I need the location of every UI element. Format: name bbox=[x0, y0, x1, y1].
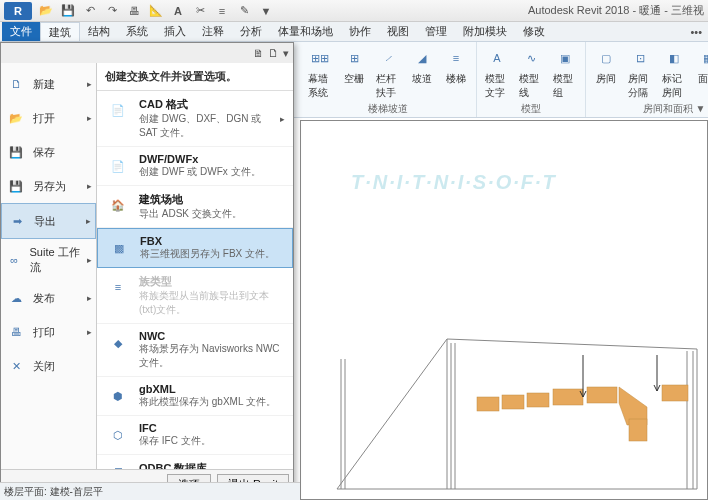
application-menu: 🗎 🗋 ▾ 🗋新建▸📂打开▸💾保存💾另存为▸➡导出▸∞Suite 工作流▸☁发布… bbox=[0, 42, 294, 500]
export-item[interactable]: 📄DWF/DWFx创建 DWF 或 DWFx 文件。 bbox=[97, 147, 293, 186]
tool-icon[interactable]: ✎ bbox=[236, 3, 252, 19]
ribbon-overflow-icon[interactable]: ••• bbox=[684, 26, 708, 38]
export-item-title: 族类型 bbox=[139, 274, 285, 289]
ribbon-tab[interactable]: 修改 bbox=[515, 22, 553, 41]
export-item[interactable]: ⬡IFC保存 IFC 文件。 bbox=[97, 416, 293, 455]
dropdown-icon[interactable]: ▼ bbox=[258, 3, 274, 19]
ribbon-tab[interactable]: 协作 bbox=[341, 22, 379, 41]
3d-viewport[interactable]: T·N·I·T·N·I·S·O·F·T bbox=[300, 120, 708, 500]
app-menu-item[interactable]: 📂打开▸ bbox=[1, 101, 96, 135]
ribbon-label: 模型文字 bbox=[485, 72, 509, 100]
chevron-right-icon: ▸ bbox=[87, 293, 92, 303]
ribbon-button[interactable]: ∿模型线 bbox=[515, 44, 547, 102]
ribbon-button[interactable]: ⊞⊞幕墙系统 bbox=[304, 44, 336, 102]
ribbon-button[interactable]: ▦面积 bbox=[692, 44, 708, 102]
ribbon-label: 坡道 bbox=[412, 72, 432, 86]
export-item-icon: ≡ bbox=[105, 274, 131, 300]
ribbon-panel: ▢房间⊡房间分隔◧标记房间▦面积◨面积标记房间和面积 ▼ bbox=[586, 42, 708, 117]
ribbon-label: 标记房间 bbox=[662, 72, 686, 100]
ribbon-tab[interactable]: 插入 bbox=[156, 22, 194, 41]
svg-rect-5 bbox=[629, 419, 647, 441]
export-item-desc: 创建 DWG、DXF、DGN 或 SAT 文件。 bbox=[139, 112, 272, 140]
text-icon[interactable]: A bbox=[170, 3, 186, 19]
export-item-title: NWC bbox=[139, 330, 285, 342]
measure-icon[interactable]: 📐 bbox=[148, 3, 164, 19]
export-item[interactable]: ≡族类型将族类型从当前族导出到文本(txt)文件。 bbox=[97, 268, 293, 324]
export-item[interactable]: ⬢gbXML将此模型保存为 gbXML 文件。 bbox=[97, 377, 293, 416]
ribbon-button[interactable]: ⟋栏杆扶手 bbox=[372, 44, 404, 102]
ribbon-tab[interactable]: 建筑 bbox=[40, 22, 80, 41]
ribbon-button[interactable]: ≡楼梯 bbox=[440, 44, 472, 102]
app-menu-item[interactable]: 💾保存 bbox=[1, 135, 96, 169]
ribbon-tab[interactable]: 体量和场地 bbox=[270, 22, 341, 41]
export-item[interactable]: ◆NWC将场景另存为 Navisworks NWC 文件。 bbox=[97, 324, 293, 377]
open-docs-icon[interactable]: 🗋 bbox=[268, 47, 279, 59]
chevron-right-icon: ▸ bbox=[86, 216, 91, 226]
chevron-down-icon[interactable]: ▾ bbox=[283, 47, 289, 60]
ribbon-button[interactable]: ▢房间 bbox=[590, 44, 622, 102]
ribbon-tabs: 文件建筑结构系统插入注释分析体量和场地协作视图管理附加模块修改••• bbox=[0, 22, 708, 42]
ribbon-button[interactable]: ◢坡道 bbox=[406, 44, 438, 102]
ribbon-button[interactable]: ◧标记房间 bbox=[658, 44, 690, 102]
app-menu-item[interactable]: 🖶打印▸ bbox=[1, 315, 96, 349]
export-item-title: FBX bbox=[140, 235, 275, 247]
ribbon-icon: ≡ bbox=[444, 46, 468, 70]
ribbon-tab[interactable]: 注释 bbox=[194, 22, 232, 41]
app-menu-item[interactable]: ➡导出▸ bbox=[1, 203, 96, 239]
app-menu-item[interactable]: 🗋新建▸ bbox=[1, 67, 96, 101]
open-icon[interactable]: 📂 bbox=[38, 3, 54, 19]
ribbon-tab[interactable]: 附加模块 bbox=[455, 22, 515, 41]
app-menu-item[interactable]: 💾另存为▸ bbox=[1, 169, 96, 203]
export-item[interactable]: 🏠建筑场地导出 ADSK 交换文件。 bbox=[97, 186, 293, 228]
ribbon-icon: ⊞⊞ bbox=[308, 46, 332, 70]
export-panel-title: 创建交换文件并设置选项。 bbox=[97, 63, 293, 91]
recent-docs-icon[interactable]: 🗎 bbox=[253, 47, 264, 59]
ribbon-tab[interactable]: 结构 bbox=[80, 22, 118, 41]
menu-item-label: 打印 bbox=[33, 325, 55, 340]
app-menu-item[interactable]: ✕关闭 bbox=[1, 349, 96, 383]
ribbon-button[interactable]: ▣模型组 bbox=[549, 44, 581, 102]
menu-item-label: 导出 bbox=[34, 214, 56, 229]
redo-icon[interactable]: ↷ bbox=[104, 3, 120, 19]
ribbon-button[interactable]: ⊡房间分隔 bbox=[624, 44, 656, 102]
save-icon[interactable]: 💾 bbox=[60, 3, 76, 19]
chevron-right-icon: ▸ bbox=[87, 327, 92, 337]
ribbon-label: 楼梯 bbox=[446, 72, 466, 86]
chevron-right-icon: ▸ bbox=[87, 255, 92, 265]
export-item-desc: 保存 IFC 文件。 bbox=[139, 434, 211, 448]
menu-item-icon: 💾 bbox=[5, 141, 27, 163]
ribbon-panel: ⊞⊞幕墙系统⊞空栅⟋栏杆扶手◢坡道≡楼梯楼梯坡道 bbox=[300, 42, 477, 117]
quick-access-toolbar: 📂 💾 ↶ ↷ 🖶 📐 A ✂ ≡ ✎ ▼ bbox=[38, 3, 274, 19]
export-item[interactable]: 📄CAD 格式创建 DWG、DXF、DGN 或 SAT 文件。▸ bbox=[97, 91, 293, 147]
ribbon-tab[interactable]: 系统 bbox=[118, 22, 156, 41]
menu-item-icon: ➡ bbox=[6, 210, 28, 232]
ribbon-button[interactable]: ⊞空栅 bbox=[338, 44, 370, 102]
ribbon-tab[interactable]: 分析 bbox=[232, 22, 270, 41]
app-menu-item[interactable]: ∞Suite 工作流▸ bbox=[1, 239, 96, 281]
ribbon-label: 幕墙系统 bbox=[308, 72, 332, 100]
menu-item-label: 关闭 bbox=[33, 359, 55, 374]
menu-item-label: 新建 bbox=[33, 77, 55, 92]
export-item[interactable]: 🗄ODBC 数据库将模型数据保存到 ODBC 数据库。 bbox=[97, 455, 293, 469]
export-item-title: 建筑场地 bbox=[139, 192, 242, 207]
export-item-title: gbXML bbox=[139, 383, 276, 395]
ribbon-panel: A模型文字∿模型线▣模型组模型 bbox=[477, 42, 586, 117]
ribbon-tab[interactable]: 视图 bbox=[379, 22, 417, 41]
section-icon[interactable]: ✂ bbox=[192, 3, 208, 19]
panel-title: 模型 bbox=[521, 102, 541, 116]
print-icon[interactable]: 🖶 bbox=[126, 3, 142, 19]
ribbon-tab[interactable]: 管理 bbox=[417, 22, 455, 41]
app-logo-icon[interactable]: R bbox=[4, 2, 32, 20]
app-menu-top-icons: 🗎 🗋 ▾ bbox=[1, 43, 293, 63]
ribbon-button[interactable]: A模型文字 bbox=[481, 44, 513, 102]
ribbon-label: 模型组 bbox=[553, 72, 577, 100]
ribbon-icon: ◢ bbox=[410, 46, 434, 70]
undo-icon[interactable]: ↶ bbox=[82, 3, 98, 19]
export-item-title: DWF/DWFx bbox=[139, 153, 261, 165]
ribbon-tab[interactable]: 文件 bbox=[2, 22, 40, 41]
3d-model bbox=[327, 259, 707, 499]
export-item[interactable]: ▩FBX将三维视图另存为 FBX 文件。 bbox=[97, 228, 293, 268]
dims-icon[interactable]: ≡ bbox=[214, 3, 230, 19]
app-menu-item[interactable]: ☁发布▸ bbox=[1, 281, 96, 315]
chevron-right-icon: ▸ bbox=[280, 114, 285, 124]
